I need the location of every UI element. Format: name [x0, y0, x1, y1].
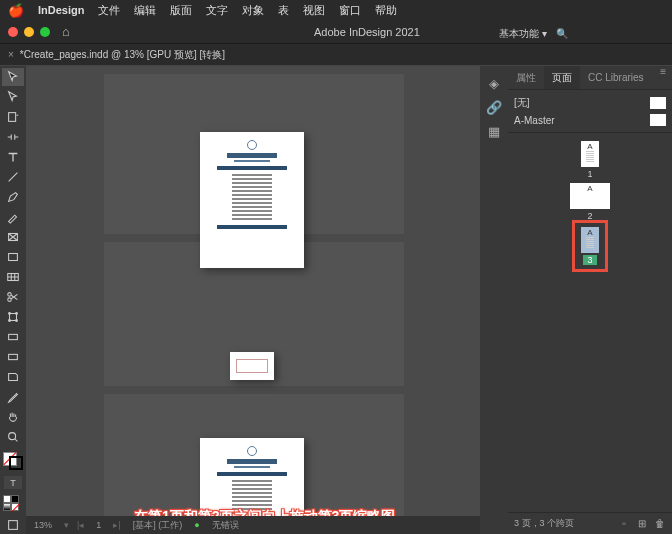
stroke-swatch[interactable] — [9, 456, 23, 470]
panel-tabs: 属性 页面 CC Libraries ≡ — [508, 66, 672, 90]
master-none-label: [无] — [514, 96, 530, 110]
preflight-status[interactable]: 无错误 — [208, 519, 243, 532]
menu-table[interactable]: 表 — [278, 3, 289, 18]
svg-rect-2 — [9, 254, 18, 261]
delete-page-icon[interactable]: 🗑 — [654, 518, 666, 530]
rectangle-tool[interactable] — [2, 248, 24, 266]
svg-point-5 — [8, 298, 12, 302]
gradient-swatch-tool[interactable] — [2, 328, 24, 346]
panel-dock-strip: ◈ 🔗 ▦ — [480, 66, 508, 534]
new-page-icon[interactable]: ⊞ — [636, 518, 648, 530]
menu-help[interactable]: 帮助 — [375, 3, 397, 18]
masters-section: [无] A-Master — [508, 90, 672, 133]
tab-pages[interactable]: 页面 — [544, 66, 580, 89]
preflight-profile[interactable]: [基本] (工作) — [129, 519, 187, 532]
view-mode-toggle[interactable] — [2, 516, 24, 534]
scissors-tool[interactable] — [2, 288, 24, 306]
page-2[interactable] — [230, 352, 274, 380]
hand-tool[interactable] — [2, 408, 24, 426]
zoom-tool[interactable] — [2, 428, 24, 446]
tab-cc-libraries[interactable]: CC Libraries — [580, 66, 652, 89]
menu-app[interactable]: InDesign — [38, 4, 84, 16]
status-bar: 13%▾ |◂ 1 ▸| [基本] (工作) ● 无错误 — [26, 516, 480, 534]
document-tab[interactable]: × *Create_pages.indd @ 13% [GPU 预览] [转换] — [0, 44, 672, 66]
menu-object[interactable]: 对象 — [242, 3, 264, 18]
workspace-switcher[interactable]: 基本功能 ▾ 🔍 — [491, 24, 576, 44]
eyedropper-tool[interactable] — [2, 388, 24, 406]
master-none[interactable]: [无] — [514, 94, 666, 112]
page-number-field[interactable]: 1 — [92, 520, 105, 530]
svg-rect-11 — [9, 335, 18, 340]
pencil-tool[interactable] — [2, 208, 24, 226]
master-a-label: A-Master — [514, 115, 555, 126]
edit-page-size-icon[interactable]: ▫ — [618, 518, 630, 530]
system-menubar: 🍎 InDesign 文件 编辑 版面 文字 对象 表 视图 窗口 帮助 — [0, 0, 672, 20]
zoom-level[interactable]: 13% — [30, 520, 56, 530]
menu-file[interactable]: 文件 — [98, 3, 120, 18]
svg-point-8 — [16, 313, 18, 315]
svg-rect-6 — [10, 314, 17, 321]
search-icon[interactable]: 🔍 — [556, 28, 568, 39]
line-tool[interactable] — [2, 168, 24, 186]
menu-edit[interactable]: 编辑 — [134, 3, 156, 18]
table-cell-tool[interactable] — [2, 268, 24, 286]
window-minimize-button[interactable] — [24, 27, 34, 37]
master-none-thumb — [650, 97, 666, 109]
page-tool[interactable] — [2, 108, 24, 126]
pages-count-label: 3 页，3 个跨页 — [514, 517, 574, 530]
formatting-affects-text[interactable]: T — [4, 476, 22, 489]
menu-window[interactable]: 窗口 — [339, 3, 361, 18]
note-tool[interactable] — [2, 368, 24, 386]
panels-area: 属性 页面 CC Libraries ≡ [无] A-Master A 1 A … — [508, 66, 672, 534]
links-icon[interactable]: 🔗 — [485, 98, 503, 116]
svg-rect-14 — [9, 521, 18, 530]
direct-selection-tool[interactable] — [2, 88, 24, 106]
page-1[interactable] — [200, 132, 304, 268]
document-canvas[interactable]: 在第1页和第2页之间向上拖动第3页缩略图 www.MacZ.com — [26, 66, 480, 534]
page-num-1: 1 — [587, 169, 592, 179]
tab-properties[interactable]: 属性 — [508, 66, 544, 89]
pages-thumbnails: A 1 A 2 A 3 — [508, 133, 672, 512]
stroke-icon[interactable]: ▦ — [485, 122, 503, 140]
document-tab-label: *Create_pages.indd @ 13% [GPU 预览] [转换] — [20, 48, 225, 62]
page-thumb-3-selected[interactable]: A 3 — [577, 225, 603, 267]
tab-close-icon[interactable]: × — [8, 49, 14, 60]
gap-tool[interactable] — [2, 128, 24, 146]
svg-rect-12 — [9, 355, 18, 360]
apply-color-swatches[interactable] — [3, 495, 23, 511]
menu-view[interactable]: 视图 — [303, 3, 325, 18]
svg-point-7 — [9, 313, 11, 315]
svg-point-4 — [8, 293, 12, 297]
menu-layout[interactable]: 版面 — [170, 3, 192, 18]
page-num-3: 3 — [583, 255, 596, 265]
rectangle-frame-tool[interactable] — [2, 228, 24, 246]
pages-panel-footer: 3 页，3 个跨页 ▫ ⊞ 🗑 — [508, 512, 672, 534]
svg-point-9 — [9, 320, 11, 322]
pen-tool[interactable] — [2, 188, 24, 206]
page-thumb-2[interactable]: A 2 — [570, 183, 610, 221]
fill-stroke-swatches[interactable] — [3, 452, 23, 470]
svg-point-13 — [9, 433, 16, 440]
tool-panel: T — [0, 66, 26, 534]
layers-icon[interactable]: ◈ — [485, 74, 503, 92]
home-icon[interactable]: ⌂ — [62, 24, 70, 39]
panel-menu-icon[interactable]: ≡ — [654, 66, 672, 89]
page-num-2: 2 — [587, 211, 592, 221]
svg-point-10 — [16, 320, 18, 322]
workspace-label: 基本功能 — [499, 28, 539, 39]
gradient-feather-tool[interactable] — [2, 348, 24, 366]
selection-tool[interactable] — [2, 68, 24, 86]
type-tool[interactable] — [2, 148, 24, 166]
window-close-button[interactable] — [8, 27, 18, 37]
free-transform-tool[interactable] — [2, 308, 24, 326]
master-a-thumb — [650, 114, 666, 126]
menu-type[interactable]: 文字 — [206, 3, 228, 18]
svg-rect-0 — [9, 113, 16, 122]
window-zoom-button[interactable] — [40, 27, 50, 37]
apple-logo-icon[interactable]: 🍎 — [8, 3, 24, 18]
master-a[interactable]: A-Master — [514, 112, 666, 128]
page-thumb-1[interactable]: A 1 — [581, 141, 599, 179]
